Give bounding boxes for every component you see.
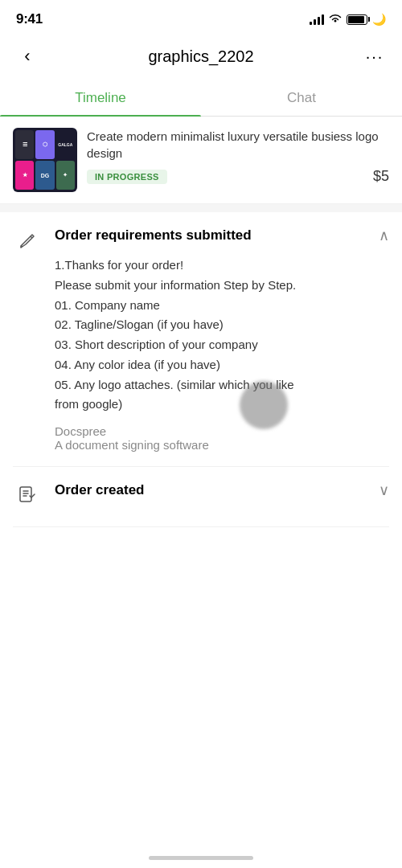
order-title: Create modern minimalist luxury versatil… bbox=[87, 128, 389, 162]
order-price: $5 bbox=[373, 168, 389, 185]
order-info: Create modern minimalist luxury versatil… bbox=[87, 128, 389, 185]
status-icons: 🌙 bbox=[310, 13, 386, 26]
thumb-cell-2: ⬡ bbox=[35, 130, 54, 159]
order-created-content: Order created ∨ bbox=[55, 481, 389, 499]
requirements-body: 1.Thanks for your order! Please submit y… bbox=[55, 256, 389, 452]
thumb-cell-5: DG bbox=[35, 161, 54, 190]
signal-icon bbox=[310, 14, 324, 25]
thumb-cell-3: GALGA bbox=[56, 130, 75, 159]
timeline-item-order-created: Order created ∨ bbox=[13, 467, 389, 527]
order-created-icon bbox=[17, 485, 38, 510]
section-divider bbox=[0, 204, 402, 212]
back-arrow-icon: ‹ bbox=[24, 46, 30, 67]
order-thumbnail: ☰ ⬡ GALGA ★ DG ✦ bbox=[13, 128, 77, 192]
requirements-title: Order requirements submitted bbox=[55, 227, 252, 244]
requirements-icon-wrap bbox=[13, 228, 42, 257]
requirements-text: 1.Thanks for your order! Please submit y… bbox=[55, 256, 389, 415]
timeline-item-requirements: Order requirements submitted ∧ 1.Thanks … bbox=[13, 212, 389, 467]
wifi-icon bbox=[329, 14, 342, 26]
company-desc: A document signing software bbox=[55, 438, 389, 452]
order-created-title: Order created bbox=[55, 482, 145, 498]
status-bar: 9:41 🌙 bbox=[0, 0, 402, 35]
tab-bar: Timeline Chat bbox=[0, 80, 402, 117]
requirements-content: Order requirements submitted ∧ 1.Thanks … bbox=[55, 227, 389, 452]
status-time: 9:41 bbox=[16, 11, 43, 27]
order-status-row: IN PROGRESS $5 bbox=[87, 168, 389, 185]
home-indicator bbox=[149, 856, 253, 860]
battery-icon bbox=[347, 14, 367, 25]
order-card: ☰ ⬡ GALGA ★ DG ✦ Create modern minimalis… bbox=[0, 117, 402, 204]
requirements-header[interactable]: Order requirements submitted ∧ bbox=[55, 227, 389, 244]
requirements-chevron: ∧ bbox=[379, 227, 389, 244]
order-created-icon-wrap bbox=[13, 483, 42, 512]
thumb-cell-4: ★ bbox=[15, 161, 34, 190]
tab-chat[interactable]: Chat bbox=[201, 80, 402, 116]
header: ‹ graphics_2202 ··· bbox=[0, 35, 402, 80]
svg-rect-0 bbox=[20, 487, 31, 502]
company-name: Docspree bbox=[55, 424, 389, 438]
more-icon: ··· bbox=[366, 47, 384, 66]
page-title: graphics_2202 bbox=[148, 47, 253, 66]
tab-timeline[interactable]: Timeline bbox=[0, 80, 201, 116]
moon-icon: 🌙 bbox=[372, 13, 386, 26]
back-button[interactable]: ‹ bbox=[13, 42, 42, 71]
order-created-chevron: ∨ bbox=[379, 481, 389, 499]
thumb-cell-6: ✦ bbox=[56, 161, 75, 190]
requirements-icon bbox=[17, 230, 38, 256]
timeline-section: Order requirements submitted ∧ 1.Thanks … bbox=[0, 212, 402, 527]
thumb-cell-1: ☰ bbox=[15, 130, 34, 159]
status-badge: IN PROGRESS bbox=[87, 170, 167, 184]
order-created-header[interactable]: Order created ∨ bbox=[55, 481, 389, 499]
more-button[interactable]: ··· bbox=[360, 42, 389, 71]
